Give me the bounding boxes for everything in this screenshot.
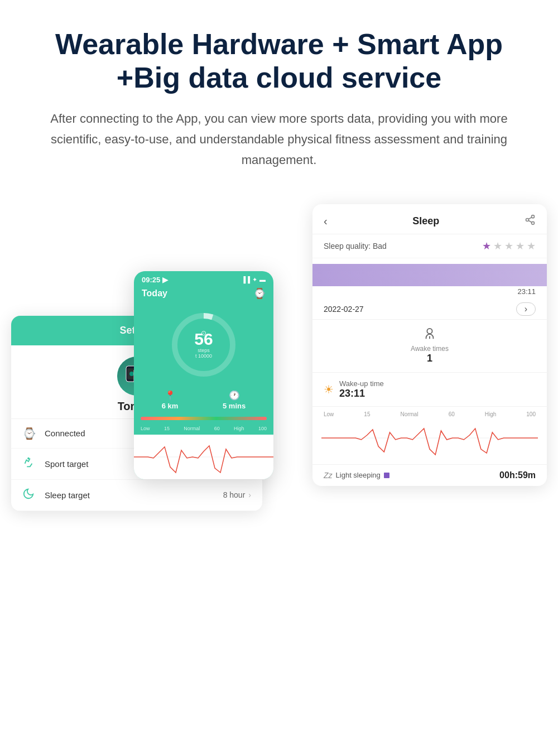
svg-line-3 xyxy=(528,220,532,222)
sleep-back-icon[interactable]: ‹ xyxy=(324,215,328,228)
sleep-arrow: › xyxy=(248,490,251,499)
sleep-screen: ‹ Sleep Sleep quality: Bad ★ ★ ★ ★ ★ xyxy=(312,204,547,486)
sleep-icon xyxy=(22,488,39,503)
hr-15: 15 xyxy=(164,426,170,431)
app-heart-chart xyxy=(134,435,273,479)
heart-rate-chart xyxy=(321,418,538,458)
sun-icon: ☀ xyxy=(324,383,334,396)
distance-item: 📍 6 km xyxy=(162,390,179,410)
app-heart-svg xyxy=(134,435,273,479)
page-wrapper: Wearable Hardware + Smart App +Big data … xyxy=(0,0,558,617)
header-section: Wearable Hardware + Smart App +Big data … xyxy=(11,22,547,182)
sleep-date-text: 2022-02-27 xyxy=(324,305,364,314)
light-sleep-label-group: Zz Light sleeping xyxy=(324,471,389,480)
duration-value: 5 mins xyxy=(223,402,246,410)
awake-value: 1 xyxy=(411,353,449,364)
light-sleep-dot xyxy=(384,473,389,478)
zz-icon: Zz xyxy=(324,471,333,480)
wakeup-icon-label: ☀ Wake-up time 23:11 xyxy=(324,379,384,399)
sleep-bar-section: 23:11 xyxy=(312,264,547,296)
star-1: ★ xyxy=(482,240,491,252)
app-status-bar: 09:25 ▶ ▐▐ ✦ ▬ xyxy=(134,271,273,285)
wakeup-label: Wake-up time xyxy=(339,379,384,388)
scale-high: High xyxy=(485,411,497,417)
scale-60: 60 xyxy=(449,411,455,417)
steps-label: steps xyxy=(194,348,213,353)
today-label: Today xyxy=(142,288,167,298)
wakeup-row: ☀ Wake-up time 23:11 xyxy=(312,373,547,407)
awake-stat: Awake times 1 xyxy=(411,328,449,364)
target-label: t 10000 xyxy=(194,353,213,359)
subtitle-text: After connecting to the App, you can vie… xyxy=(50,108,508,171)
hr-normal: Normal xyxy=(184,426,200,431)
light-sleep-value: 00h:59m xyxy=(499,470,536,480)
app-hr-labels: Low 15 Normal 60 High 100 xyxy=(134,426,273,431)
hr-60: 60 xyxy=(214,426,220,431)
sport-icon xyxy=(22,456,39,471)
sleep-time-right: 23:11 xyxy=(312,287,547,296)
heart-chart-scale: Low 15 Normal 60 High 100 xyxy=(321,411,538,417)
light-sleep-row: Zz Light sleeping 00h:59m xyxy=(312,465,547,486)
svg-line-4 xyxy=(528,217,532,219)
setting-item-sleep[interactable]: Sleep target 8 hour › xyxy=(11,480,262,511)
svg-point-15 xyxy=(129,372,134,376)
hr-high: High xyxy=(234,426,244,431)
connected-icon: ⌚ xyxy=(22,427,39,440)
svg-point-2 xyxy=(531,221,534,224)
svg-point-0 xyxy=(531,215,534,218)
app-watch-icon: ⌚ xyxy=(253,287,266,300)
sleep-nav-button[interactable]: › xyxy=(516,302,536,316)
sleep-purple-bar xyxy=(312,264,547,286)
steps-number: 56 xyxy=(194,331,213,348)
wakeup-value: 23:11 xyxy=(339,388,384,399)
scale-100: 100 xyxy=(526,411,536,417)
star-3: ★ xyxy=(504,240,513,252)
scale-low: Low xyxy=(324,411,334,417)
app-ring-area: ⊙ 56 steps t 10000 xyxy=(134,303,273,387)
hr-low: Low xyxy=(141,426,150,431)
stars-row: ★ ★ ★ ★ ★ xyxy=(482,240,536,252)
duration-item: 🕐 5 mins xyxy=(223,390,246,410)
awake-label: Awake times xyxy=(411,345,449,353)
hr-100: 100 xyxy=(258,426,267,431)
battery-icon: ▬ xyxy=(259,276,266,283)
sleep-date-row: 2022-02-27 › xyxy=(312,299,547,320)
sleep-target-value: 8 hour xyxy=(223,490,246,499)
sleep-stats-row: Awake times 1 xyxy=(312,320,547,373)
sleep-quality-text: Sleep quality: Bad xyxy=(324,242,387,251)
main-title: Wearable Hardware + Smart App +Big data … xyxy=(28,28,530,95)
awake-icon xyxy=(411,328,449,343)
sleep-target-label: Sleep target xyxy=(39,490,223,500)
scale-normal: Normal xyxy=(400,411,418,417)
app-bottom-row: 📍 6 km 🕐 5 mins xyxy=(134,387,273,417)
distance-value: 6 km xyxy=(162,402,179,410)
location-icon: 📍 xyxy=(162,390,179,401)
light-sleep-label: Light sleeping xyxy=(336,471,381,479)
wifi-icon: ✦ xyxy=(252,276,257,283)
sleep-quality-row: Sleep quality: Bad ★ ★ ★ ★ ★ xyxy=(312,234,547,258)
app-today-row: Today ⌚ xyxy=(134,285,273,303)
svg-point-1 xyxy=(526,218,528,221)
app-time: 09:25 ▶ xyxy=(142,276,168,284)
app-hr-bar xyxy=(141,417,267,420)
app-status-icons: ▐▐ ✦ ▬ xyxy=(241,276,266,283)
signal-icon: ▐▐ xyxy=(241,276,250,283)
sleep-share-icon[interactable] xyxy=(525,214,536,228)
sleep-header: ‹ Sleep xyxy=(312,204,547,234)
star-4: ★ xyxy=(516,240,525,252)
scale-15: 15 xyxy=(364,411,370,417)
screenshots-container: ‹ Sleep Sleep quality: Bad ★ ★ ★ ★ ★ xyxy=(11,204,547,595)
star-2: ★ xyxy=(493,240,502,252)
heart-chart-area: Low 15 Normal 60 High 100 xyxy=(312,407,547,465)
sleep-screen-title: Sleep xyxy=(412,215,439,227)
star-5: ★ xyxy=(527,240,536,252)
clock-icon: 🕐 xyxy=(223,390,246,401)
main-app-screen: 09:25 ▶ ▐▐ ✦ ▬ Today ⌚ xyxy=(134,271,273,479)
ring-center-text: 56 steps t 10000 xyxy=(194,331,213,359)
